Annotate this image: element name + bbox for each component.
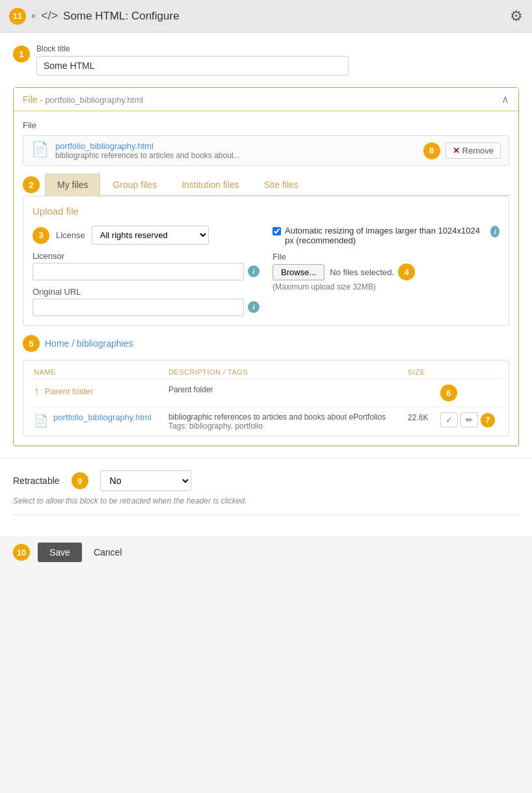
badge-7: 7 (481, 413, 495, 427)
retractable-hint: Select to allow this block to be retract… (13, 496, 519, 505)
retractable-label: Retractable (13, 476, 60, 486)
section-panel-header: File - portfolio_bibliography.html ∧ (14, 88, 518, 111)
tab-institution-files[interactable]: Institution files (169, 174, 252, 195)
app-header: 11 × </> Some HTML: Configure ⚙ (0, 0, 532, 33)
parent-folder-icon: ↑ (34, 384, 40, 398)
license-select[interactable]: All rights reserved (92, 226, 209, 245)
badge-4: 4 (398, 263, 415, 280)
upload-right-col: Automatic resizing of images larger than… (273, 226, 499, 316)
file-table: NAME DESCRIPTION / TAGS SIZE ↑ (29, 366, 503, 436)
section-panel-body: File 📄 portfolio_bibliography.html bibli… (14, 111, 518, 446)
tab-number-badge: 11 (9, 8, 26, 25)
remove-button[interactable]: ✕ Remove (446, 142, 501, 159)
page-title: Some HTML: Configure (63, 10, 180, 23)
file-section-title: File - portfolio_bibliography.html (23, 94, 143, 105)
upload-title: Upload file (33, 206, 499, 217)
original-url-input[interactable] (33, 299, 244, 316)
select-file-button[interactable]: ✓ (440, 412, 458, 427)
file-row-size: 22.6K (408, 413, 428, 422)
file-label: File (23, 120, 509, 130)
block-title-section: 1 Block title (13, 44, 519, 75)
col-description-header: DESCRIPTION / TAGS (163, 366, 403, 379)
close-icon[interactable]: × (31, 12, 36, 21)
main-content: 1 Block title File - portfolio_bibliogra… (0, 33, 532, 458)
badge-6: 6 (440, 384, 457, 401)
licensor-row: Licensor i (33, 251, 259, 280)
auto-resize-checkbox[interactable] (273, 227, 281, 235)
badge-3: 3 (33, 227, 49, 244)
file-row-icon: 📄 (34, 414, 48, 428)
badge-9: 9 (72, 472, 88, 489)
file-section-panel: File - portfolio_bibliography.html ∧ Fil… (13, 87, 519, 446)
table-row: 📄 portfolio_bibliography.html bibliograp… (29, 407, 503, 437)
no-file-label: No files selected. (330, 267, 394, 277)
tab-group-files[interactable]: Group files (100, 174, 169, 195)
collapse-arrow-icon[interactable]: ∧ (501, 93, 509, 105)
cancel-button[interactable]: Cancel (90, 543, 126, 562)
file-row-name[interactable]: portfolio_bibliography.html (53, 412, 152, 422)
file-row-tags: Tags: bibliography, portfolio (168, 422, 397, 431)
breadcrumb-row: 5 Home / bibliographies (23, 335, 509, 352)
original-url-info-icon[interactable]: i (248, 301, 259, 313)
retractable-row: Retractable 9 No Yes Automatically (13, 470, 519, 491)
badge-1: 1 (13, 46, 30, 62)
file-list-section: NAME DESCRIPTION / TAGS SIZE ↑ (23, 360, 509, 437)
tab-my-files[interactable]: My files (45, 174, 100, 196)
divider (13, 515, 519, 515)
original-url-label: Original URL (33, 287, 244, 297)
upload-file-panel: Upload file 3 License All rights reserve… (23, 196, 509, 326)
html-icon: </> (41, 9, 58, 23)
gear-icon[interactable]: ⚙ (510, 8, 523, 25)
block-title-label: Block title (36, 44, 519, 53)
browse-button[interactable]: Browse... (273, 264, 325, 280)
licensor-label: Licensor (33, 251, 244, 261)
badge-2: 2 (23, 176, 40, 193)
original-url-row: Original URL i (33, 287, 259, 316)
save-button[interactable]: Save (38, 543, 82, 562)
upload-grid: 3 License All rights reserved Licensor (33, 226, 499, 316)
tabs-row: 2 My files Group files Institution files… (23, 174, 509, 196)
max-upload-label: (Maximum upload size 32MB) (273, 282, 499, 291)
parent-folder-desc: Parent folder (168, 385, 213, 394)
file-upload-row: File Browse... No files selected. 4 (Max… (273, 252, 499, 291)
parent-folder-name[interactable]: Parent folder (45, 386, 93, 396)
upload-left-col: 3 License All rights reserved Licensor (33, 226, 259, 316)
file-name-link[interactable]: portfolio_bibliography.html (55, 141, 240, 151)
file-tabs: My files Group files Institution files S… (45, 174, 509, 196)
file-row-desc: bibliographic references to articles and… (168, 412, 397, 422)
breadcrumb[interactable]: Home / bibliographies (45, 338, 133, 349)
col-actions-header (435, 366, 503, 379)
license-label: License (56, 230, 85, 240)
block-title-input[interactable] (36, 56, 349, 75)
badge-10: 10 (13, 544, 30, 561)
file-row: 📄 portfolio_bibliography.html bibliograp… (23, 135, 509, 166)
tab-site-files[interactable]: Site files (252, 174, 311, 195)
col-size-header: SIZE (403, 366, 435, 379)
license-row: 3 License All rights reserved (33, 226, 259, 245)
remove-x-icon: ✕ (453, 146, 460, 155)
edit-file-button[interactable]: ✏ (460, 412, 478, 427)
badge-8: 8 (423, 142, 440, 159)
badge-5: 5 (23, 335, 40, 352)
auto-resize-info-icon[interactable]: i (490, 226, 499, 237)
bottom-section: Retractable 9 No Yes Automatically Selec… (0, 458, 532, 536)
col-name-header: NAME (29, 366, 163, 379)
licensor-info-icon[interactable]: i (248, 265, 259, 277)
file-type-icon: 📄 (31, 141, 49, 158)
licensor-input[interactable] (33, 263, 244, 280)
auto-resize-label: Automatic resizing of images larger than… (285, 226, 486, 245)
retractable-select[interactable]: No Yes Automatically (100, 470, 191, 491)
table-row: ↑ Parent folder Parent folder 6 (29, 379, 503, 407)
file-description: bibliographic references to articles and… (55, 151, 240, 160)
browse-row: Browse... No files selected. 4 (273, 263, 499, 280)
file-upload-label: File (273, 252, 499, 262)
footer-row: 10 Save Cancel (0, 536, 532, 574)
auto-resize-row: Automatic resizing of images larger than… (273, 226, 499, 245)
